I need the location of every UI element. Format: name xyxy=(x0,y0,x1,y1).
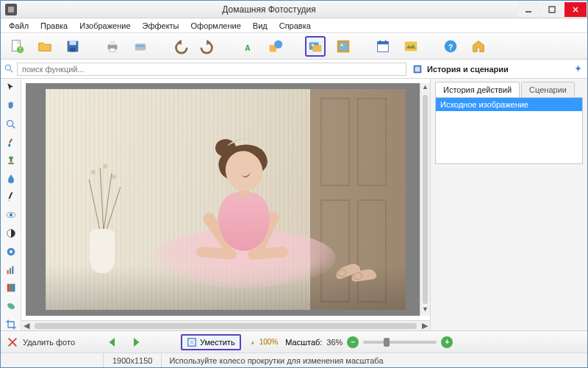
tab-history[interactable]: История действий xyxy=(435,82,520,97)
maximize-button[interactable] xyxy=(541,2,563,17)
close-button[interactable] xyxy=(564,2,587,17)
levels-icon[interactable] xyxy=(4,263,18,276)
svg-point-43 xyxy=(10,213,12,216)
scan-icon[interactable] xyxy=(130,36,151,57)
fit-icon xyxy=(187,337,197,347)
svg-rect-52 xyxy=(12,284,15,292)
canvas-viewport[interactable] xyxy=(26,83,426,316)
svg-rect-14 xyxy=(137,45,145,47)
status-hint: Используйте колесо прокрутки для изменен… xyxy=(162,356,587,365)
menu-image[interactable]: Изображение xyxy=(74,20,135,32)
sharpen-icon[interactable] xyxy=(4,245,18,258)
search-input[interactable] xyxy=(17,63,406,76)
zoom-100-icon: A xyxy=(248,338,257,347)
svg-rect-19 xyxy=(312,45,321,52)
save-icon[interactable] xyxy=(62,36,83,57)
search-row: История и сценарии ✦ xyxy=(1,60,587,79)
svg-point-20 xyxy=(312,43,315,46)
search-icon[interactable] xyxy=(1,63,17,75)
svg-rect-38 xyxy=(9,157,12,159)
svg-rect-48 xyxy=(10,268,11,274)
image-layer-icon[interactable] xyxy=(305,36,326,57)
svg-rect-51 xyxy=(10,284,12,292)
menu-help[interactable]: Справка xyxy=(274,20,316,32)
menu-file[interactable]: Файл xyxy=(4,20,34,32)
svg-text:↑: ↑ xyxy=(18,45,22,53)
zoom-100-button[interactable]: A 100% xyxy=(248,334,279,350)
svg-rect-11 xyxy=(110,40,115,45)
svg-point-53 xyxy=(6,302,15,310)
delete-photo-label: Удалить фото xyxy=(23,338,75,347)
fit-label: Уместить xyxy=(200,338,235,347)
heal-icon[interactable] xyxy=(4,300,18,313)
next-photo-button[interactable] xyxy=(128,334,144,350)
svg-rect-37 xyxy=(9,138,12,143)
photo-image xyxy=(46,89,406,310)
frame-icon[interactable] xyxy=(333,36,354,57)
svg-rect-1 xyxy=(549,7,555,13)
menu-view[interactable]: Вид xyxy=(248,20,273,32)
history-list[interactable]: Исходное изображение xyxy=(435,98,583,164)
svg-rect-22 xyxy=(340,42,348,50)
zoom-in-button[interactable]: + xyxy=(441,336,453,348)
svg-rect-47 xyxy=(7,270,8,274)
svg-rect-49 xyxy=(12,266,13,274)
open-icon[interactable] xyxy=(35,36,55,57)
history-panel-title: История и сценарии xyxy=(427,65,570,74)
menu-effects[interactable]: Эффекты xyxy=(137,20,184,32)
undo-icon[interactable] xyxy=(170,36,190,57)
calendar-icon[interactable] xyxy=(373,36,393,57)
help-icon[interactable]: ? xyxy=(440,36,461,57)
history-panel: История действий Сценарии Исходное изобр… xyxy=(430,79,587,330)
print-icon[interactable] xyxy=(102,36,123,57)
brush-icon[interactable] xyxy=(4,136,18,149)
fit-to-screen-button[interactable]: Уместить xyxy=(181,334,241,350)
horizontal-scrollbar[interactable]: ◀▶ xyxy=(21,320,430,330)
contrast-icon[interactable] xyxy=(4,227,18,240)
bottom-toolbar: Удалить фото Уместить A 100% Масштаб: 36… xyxy=(1,330,587,353)
menu-bar: Файл Правка Изображение Эффекты Оформлен… xyxy=(1,18,587,33)
pencil-icon[interactable] xyxy=(4,191,18,203)
zoom-slider[interactable] xyxy=(363,341,437,344)
home-icon[interactable] xyxy=(468,36,489,57)
new-file-icon[interactable]: ↑ xyxy=(7,36,27,57)
vertical-scrollbar[interactable]: ▲▼ xyxy=(420,83,430,316)
crop-icon[interactable] xyxy=(4,318,18,330)
clone-stamp-icon[interactable] xyxy=(4,155,18,167)
menu-edit[interactable]: Правка xyxy=(35,20,73,32)
status-dimensions: 1900x1150 xyxy=(104,353,162,367)
zoom-100-label: 100% xyxy=(259,338,279,346)
redo-icon[interactable] xyxy=(198,36,218,57)
svg-rect-39 xyxy=(10,159,12,162)
window-title: Домашняя Фотостудия xyxy=(21,4,517,15)
zoom-out-button[interactable]: − xyxy=(347,336,359,348)
postcard-icon[interactable] xyxy=(401,36,421,57)
pointer-icon[interactable] xyxy=(4,82,18,94)
text-icon[interactable]: A xyxy=(237,36,258,57)
minimize-button[interactable] xyxy=(517,2,539,17)
menu-decoration[interactable]: Оформление xyxy=(186,20,246,32)
status-empty xyxy=(1,353,104,367)
svg-rect-41 xyxy=(8,192,12,199)
prev-photo-button[interactable] xyxy=(104,334,121,350)
eye-red-icon[interactable] xyxy=(4,209,18,222)
pin-panel-icon[interactable]: ✦ xyxy=(575,64,581,74)
hand-icon[interactable] xyxy=(4,100,18,113)
svg-line-32 xyxy=(10,69,13,72)
delete-photo-button[interactable]: Удалить фото xyxy=(7,336,75,348)
svg-text:A: A xyxy=(245,44,251,52)
zoom-icon[interactable] xyxy=(4,118,18,130)
history-panel-icon xyxy=(412,64,423,74)
svg-point-40 xyxy=(8,163,14,165)
scale-label: Масштаб: xyxy=(285,338,322,347)
blur-icon[interactable] xyxy=(4,173,18,185)
shapes-icon[interactable] xyxy=(265,36,286,57)
gradient-icon[interactable] xyxy=(4,282,18,294)
title-bar: Домашняя Фотостудия xyxy=(1,1,587,18)
svg-rect-28 xyxy=(405,41,417,51)
history-item[interactable]: Исходное изображение xyxy=(436,98,582,111)
svg-point-23 xyxy=(340,43,343,46)
tab-scenarios[interactable]: Сценарии xyxy=(521,82,575,97)
svg-rect-9 xyxy=(70,47,75,52)
svg-rect-8 xyxy=(69,40,76,45)
